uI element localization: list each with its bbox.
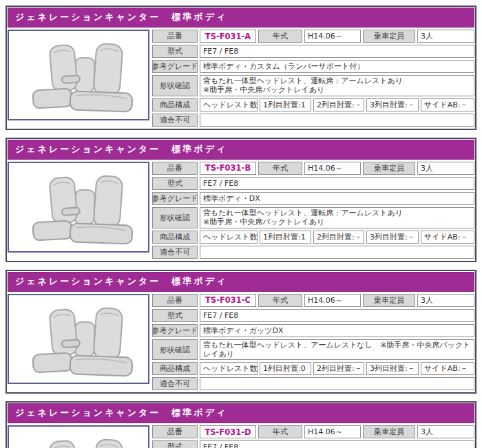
- year-value: H14.06～: [304, 425, 361, 438]
- model-label: 型式: [152, 309, 198, 322]
- block-header: ジェネレーションキャンター 標準ボディ: [8, 140, 474, 160]
- composition-row1-armrest: 1列目肘置:0: [260, 362, 311, 375]
- model-label: 型式: [152, 440, 198, 448]
- year-label: 年式: [258, 30, 302, 43]
- row-composition: 商品構成 ヘッドレスト数:0 1列目肘置:1 2列目肘置:－ 3列目肘置:－ サ…: [152, 231, 474, 244]
- seat-image-box: [8, 425, 149, 448]
- seat-image-box: [8, 162, 149, 253]
- composition-row3-armrest: 3列目肘置:－: [366, 98, 419, 111]
- shape-line-2: ※助手席・中央席バックトレイあり: [203, 217, 471, 226]
- block-header: ジェネレーションキャンター 標準ボディ: [8, 8, 474, 28]
- block-body: 品番 TS-F031-D 年式 H14.06～ 乗車定員 3人 型式 FE7 /…: [8, 425, 474, 448]
- row-grade: 参考グレード 標準ボディ・ガッツDX: [152, 324, 474, 337]
- model-label: 型式: [152, 45, 198, 58]
- composition-headrest: ヘッドレスト数:0: [200, 362, 258, 375]
- model-value: FE7 / FE8: [200, 177, 474, 190]
- grade-label: 参考グレード: [152, 324, 198, 337]
- composition-side-ab: サイドAB:－: [421, 98, 474, 111]
- row-incompatible: 適合不可: [152, 377, 474, 390]
- composition-label: 商品構成: [152, 98, 198, 111]
- part-no-label: 品番: [152, 294, 198, 307]
- incompatible-label: 適合不可: [152, 377, 198, 390]
- row-model: 型式 FE7 / FE8: [152, 440, 474, 448]
- model-value: FE7 / FE8: [200, 45, 474, 58]
- row-shape: 形状確認 背もたれ一体型ヘッドレスト、アームレストなし ※助手席・中央席バックト…: [152, 339, 474, 361]
- year-label: 年式: [258, 162, 302, 175]
- part-no-value: TS-F031-A: [200, 30, 256, 43]
- row-incompatible: 適合不可: [152, 246, 474, 259]
- product-block: ジェネレーションキャンター 標準ボディ: [6, 138, 476, 262]
- capacity-label: 乗車定員: [363, 162, 415, 175]
- part-no-value: TS-F031-B: [200, 162, 256, 175]
- block-title: ジェネレーションキャンター 標準ボディ: [15, 144, 227, 154]
- row-part-number: 品番 TS-F031-B 年式 H14.06～ 乗車定員 3人: [152, 162, 474, 175]
- shape-label: 形状確認: [152, 339, 198, 361]
- part-no-value: TS-F031-D: [200, 425, 256, 438]
- grade-label: 参考グレード: [152, 60, 198, 73]
- incompatible-value: [200, 377, 474, 390]
- product-block: ジェネレーションキャンター 標準ボディ: [6, 6, 476, 130]
- composition-row1-armrest: 1列目肘置:1: [260, 98, 311, 111]
- shape-label: 形状確認: [152, 207, 198, 228]
- grade-value: 標準ボディ・カスタム（ランバーサポート付）: [200, 60, 474, 73]
- row-model: 型式 FE7 / FE8: [152, 309, 474, 322]
- block-header: ジェネレーションキャンター 標準ボディ: [8, 272, 474, 292]
- shape-label: 形状確認: [152, 75, 198, 96]
- year-value: H14.06～: [304, 30, 361, 43]
- composition-row2-armrest: 2列目肘置:－: [313, 98, 364, 111]
- row-grade: 参考グレード 標準ボディ・カスタム（ランバーサポート付）: [152, 60, 474, 73]
- composition-label: 商品構成: [152, 362, 198, 375]
- row-shape: 形状確認 背もたれ一体型ヘッドレスト、運転席：アームレストあり ※助手席・中央席…: [152, 207, 474, 228]
- composition-row3-armrest: 3列目肘置:－: [366, 362, 419, 375]
- incompatible-value: [200, 246, 474, 259]
- year-value: H14.06～: [304, 162, 361, 175]
- capacity-label: 乗車定員: [363, 294, 415, 307]
- composition-headrest: ヘッドレスト数:0: [200, 98, 258, 111]
- spec-table: 品番 TS-F031-A 年式 H14.06～ 乗車定員 3人 型式 FE7 /…: [152, 30, 474, 127]
- block-title: ジェネレーションキャンター 標準ボディ: [15, 276, 227, 286]
- seat-image-box: [8, 30, 149, 120]
- capacity-value: 3人: [417, 425, 474, 438]
- composition-row3-armrest: 3列目肘置:－: [366, 231, 419, 244]
- row-part-number: 品番 TS-F031-C 年式 H14.06～ 乗車定員 3人: [152, 294, 474, 307]
- row-incompatible: 適合不可: [152, 114, 474, 127]
- product-blocks: ジェネレーションキャンター 標準ボディ: [6, 6, 476, 448]
- composition-label: 商品構成: [152, 231, 198, 244]
- shape-value: 背もたれ一体型ヘッドレスト、運転席：アームレストあり ※助手席・中央席バックトレ…: [200, 75, 474, 96]
- truck-seats-icon: [10, 167, 147, 248]
- shape-value: 背もたれ一体型ヘッドレスト、アームレストなし ※助手席・中央席バックトレイあり: [200, 339, 474, 361]
- composition-side-ab: サイドAB:－: [421, 362, 474, 375]
- truck-seats-icon: [10, 34, 147, 116]
- part-no-label: 品番: [152, 30, 198, 43]
- shape-line-1: 背もたれ一体型ヘッドレスト、アームレストなし ※助手席・中央席バックトレイあり: [203, 341, 471, 359]
- model-label: 型式: [152, 177, 198, 190]
- capacity-value: 3人: [417, 30, 474, 43]
- block-title: ジェネレーションキャンター 標準ボディ: [15, 12, 227, 22]
- capacity-value: 3人: [417, 162, 474, 175]
- grade-value: 標準ボディ・DX: [200, 192, 474, 205]
- shape-line-2: ※助手席・中央席バックトレイあり: [203, 85, 471, 94]
- model-value: FE7 / FE8: [200, 309, 474, 322]
- row-model: 型式 FE7 / FE8: [152, 45, 474, 58]
- shape-line-1: 背もたれ一体型ヘッドレスト、運転席：アームレストあり: [203, 209, 471, 217]
- model-value: FE7 / FE8: [200, 440, 474, 448]
- shape-value: 背もたれ一体型ヘッドレスト、運転席：アームレストあり ※助手席・中央席バックトレ…: [200, 207, 474, 228]
- seat-image-box: [8, 294, 149, 385]
- composition-row2-armrest: 2列目肘置:－: [313, 231, 364, 244]
- row-composition: 商品構成 ヘッドレスト数:0 1列目肘置:1 2列目肘置:－ 3列目肘置:－ サ…: [152, 98, 474, 111]
- block-body: 品番 TS-F031-A 年式 H14.06～ 乗車定員 3人 型式 FE7 /…: [8, 29, 474, 128]
- incompatible-value: [200, 114, 474, 127]
- block-header: ジェネレーションキャンター 標準ボディ: [8, 403, 474, 423]
- shape-line-1: 背もたれ一体型ヘッドレスト、運転席：アームレストあり: [203, 76, 471, 85]
- spec-table: 品番 TS-F031-B 年式 H14.06～ 乗車定員 3人 型式 FE7 /…: [152, 162, 474, 259]
- year-value: H14.06～: [304, 294, 361, 307]
- year-label: 年式: [258, 425, 302, 438]
- block-body: 品番 TS-F031-B 年式 H14.06～ 乗車定員 3人 型式 FE7 /…: [8, 161, 474, 260]
- truck-seats-icon: [10, 299, 147, 380]
- spec-table: 品番 TS-F031-C 年式 H14.06～ 乗車定員 3人 型式 FE7 /…: [152, 294, 474, 391]
- row-part-number: 品番 TS-F031-D 年式 H14.06～ 乗車定員 3人: [152, 425, 474, 438]
- incompatible-label: 適合不可: [152, 246, 198, 259]
- row-shape: 形状確認 背もたれ一体型ヘッドレスト、運転席：アームレストあり ※助手席・中央席…: [152, 75, 474, 96]
- product-block: ジェネレーションキャンター 標準ボディ: [6, 270, 476, 394]
- part-no-label: 品番: [152, 425, 198, 438]
